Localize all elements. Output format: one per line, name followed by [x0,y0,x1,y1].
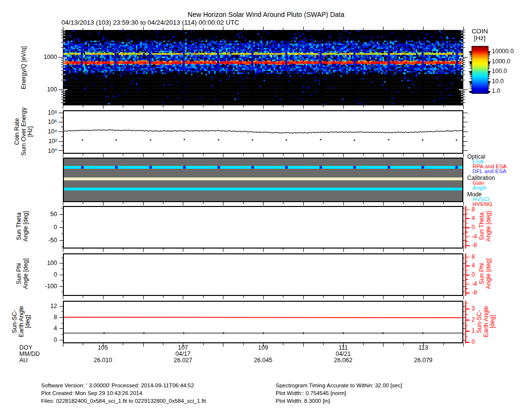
axis-tick [403,249,404,250]
axis-tick [383,343,384,347]
colorbar-tick-label: 1.0 [492,88,500,94]
colorbar-title: COIN [460,28,499,35]
axis-tick [403,154,404,156]
axis-tick [83,202,83,204]
doy-row-label: DOY [19,344,32,351]
axis-tick [465,303,468,304]
axis-tick [363,296,364,298]
axis-tick [470,63,472,63]
axis-tick [61,127,63,127]
right-ylabel-sun-sc-earth: Sun-SC- Earth Angle [deg] [476,306,496,338]
footer-software-version: Software Version: ' 3.00000' Processed: … [41,382,194,388]
axis-tick [183,27,183,30]
axis-tick [283,105,283,107]
tick-label: 12 [50,303,57,309]
axis-tick [243,296,244,298]
axis-tick [203,343,204,345]
axis-tick [465,261,468,262]
axis-tick [470,52,472,53]
footer-plot-created: Plot Created: Mon Sep 29 10:43:26 2014 [41,390,142,396]
axis-tick [488,78,490,79]
axis-tick [488,83,490,84]
axis-tick [323,28,324,30]
axis-tick [488,62,490,63]
coin-rate-scatter [64,111,462,153]
axis-tick [59,89,63,90]
axis-tick [488,52,490,52]
axis-tick [470,73,472,74]
axis-tick [465,265,470,266]
tick-label: 0 [54,224,57,231]
axis-tick [103,296,103,299]
doy-tick-label: 109 [258,344,268,351]
axis-tick [470,92,472,92]
axis-tick [203,28,204,30]
axis-tick [63,105,63,109]
axis-tick [465,209,470,210]
axis-tick [465,288,468,289]
axis-tick [343,105,344,109]
axis-tick [61,97,63,97]
axis-tick [123,28,123,30]
axis-tick [363,249,364,250]
axis-tick [59,240,63,241]
tick-label: 100 [47,86,57,93]
axis-tick [83,105,83,107]
axis-tick [103,249,103,252]
axis-tick [403,343,404,345]
axis-tick [123,154,123,156]
axis-tick [470,85,472,86]
axis-tick [223,202,223,206]
axis-tick [59,317,63,318]
axis-tick [283,154,283,156]
axis-tick [470,63,472,64]
axis-tick [443,296,444,298]
axis-tick [463,105,464,109]
axis-tick [463,89,468,90]
axis-tick [463,323,465,323]
axis-tick [470,52,472,52]
axis-tick [383,296,384,299]
axis-tick [463,64,465,65]
axis-tick [463,47,465,48]
axis-tick [59,227,63,228]
axis-tick [83,249,83,250]
axis-tick [443,154,444,156]
axis-tick [163,28,163,30]
axis-tick [61,94,63,95]
axis-tick [488,73,490,73]
colorbar-tick-label: 10000.0 [492,48,514,55]
axis-tick [303,249,304,252]
legend-item: Angle [473,185,487,191]
tick-label: 8 [472,253,475,260]
ylabel-energy: Energy/Q [eV/q] [21,46,28,89]
axis-tick [63,27,63,30]
axis-tick [463,30,465,30]
plot-title: New Horizon Solar Wind Around Pluto (SWA… [0,11,532,18]
axis-tick [463,57,468,58]
axis-tick [83,28,83,30]
ylabel-coin-rate: Coin Rate Sum Over Energy [Hz] [14,107,34,155]
axis-tick [343,249,344,252]
axis-tick [463,249,464,252]
axis-tick [403,28,404,30]
axis-tick [488,87,490,87]
axis-tick [463,127,465,127]
axis-tick [203,296,204,298]
axis-tick [470,64,472,65]
axis-tick [443,202,444,204]
legend-item: HVENG [473,201,492,207]
status-timeline-panel [63,158,463,202]
axis-tick [203,202,204,204]
axis-tick [465,331,470,332]
axis-tick [303,296,304,299]
axis-tick [470,53,472,53]
axis-tick [323,202,324,204]
axis-tick [463,258,465,258]
axis-tick [83,343,83,345]
tick-label: 100 [47,260,57,266]
axis-tick [183,202,183,206]
axis-tick [303,105,304,109]
axis-tick [61,323,63,323]
au-row-label: AU [19,357,28,364]
